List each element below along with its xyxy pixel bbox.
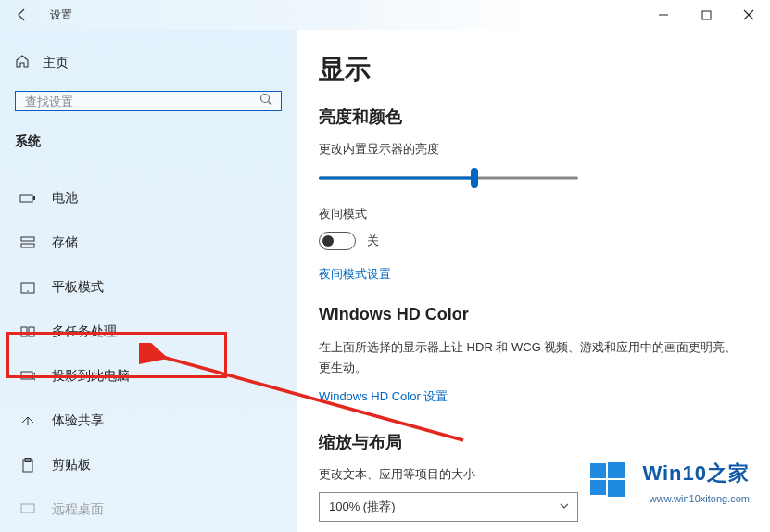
minimize-button[interactable]	[642, 0, 685, 30]
sidebar-item-label: 剪贴板	[52, 457, 91, 474]
svg-rect-7	[21, 244, 34, 247]
brightness-slider-fill	[319, 177, 474, 180]
sidebar-item-label: 远程桌面	[52, 501, 104, 518]
sidebar-item-label: 体验共享	[52, 412, 104, 429]
hdcolor-description: 在上面所选择的显示器上让 HDR 和 WCG 视频、游戏和应用中的画面更明亮、更…	[319, 337, 740, 378]
page-title: 显示	[319, 52, 740, 87]
night-light-state: 关	[367, 233, 379, 249]
brightness-slider-label: 更改内置显示器的亮度	[319, 141, 740, 158]
sidebar-item-battery[interactable]: 电池	[15, 176, 282, 221]
content-pane: 显示 亮度和颜色 更改内置显示器的亮度 夜间模式 关 夜间模式设置 Window…	[297, 30, 770, 532]
multitasking-icon	[19, 325, 37, 338]
sidebar-group-system: 系统	[15, 133, 282, 150]
share-icon	[19, 414, 37, 427]
chevron-down-icon	[559, 500, 570, 514]
svg-line-3	[269, 102, 272, 106]
svg-rect-18	[608, 462, 625, 478]
search-input[interactable]	[25, 95, 259, 108]
svg-rect-10	[21, 327, 27, 336]
scale-combo[interactable]: 100% (推荐)	[319, 492, 578, 522]
sidebar-item-label: 电池	[52, 190, 78, 207]
night-light-toggle[interactable]	[319, 232, 356, 250]
svg-point-9	[27, 290, 29, 292]
svg-rect-1	[702, 11, 711, 19]
watermark-url: www.win10xitong.com	[650, 493, 750, 504]
sidebar-item-multitasking[interactable]: 多任务处理	[15, 310, 282, 354]
watermark-logo	[588, 460, 629, 500]
scale-section-title: 缩放与布局	[319, 431, 740, 453]
sidebar-item-label: 多任务处理	[52, 323, 117, 340]
maximize-button[interactable]	[685, 0, 727, 30]
hdcolor-settings-link[interactable]: Windows HD Color 设置	[319, 389, 448, 403]
sidebar-nav-list: 电池 存储 平板模式 多任务处理	[15, 176, 282, 532]
svg-rect-5	[33, 196, 35, 200]
svg-rect-15	[21, 504, 34, 513]
svg-point-2	[261, 95, 270, 103]
sidebar-item-storage[interactable]: 存储	[15, 221, 282, 265]
storage-icon	[19, 236, 37, 249]
svg-rect-11	[29, 327, 34, 336]
scale-combo-value: 100% (推荐)	[329, 499, 396, 515]
brightness-slider[interactable]	[319, 167, 578, 189]
svg-rect-20	[608, 480, 625, 497]
night-light-settings-link[interactable]: 夜间模式设置	[319, 266, 391, 283]
sidebar-item-shared-exp[interactable]: 体验共享	[15, 399, 282, 443]
sidebar-item-tablet-mode[interactable]: 平板模式	[15, 265, 282, 310]
sidebar-item-clipboard[interactable]: 剪贴板	[15, 443, 282, 488]
back-button[interactable]	[0, 0, 44, 30]
brightness-slider-thumb[interactable]	[471, 168, 478, 188]
sidebar: 主页 系统 电池 存储	[0, 30, 297, 532]
sidebar-item-label: 投影到此电脑	[52, 368, 130, 385]
home-icon	[15, 54, 30, 72]
sidebar-item-label: 平板模式	[52, 279, 104, 296]
sidebar-item-label: 存储	[52, 234, 78, 251]
search-icon	[259, 92, 273, 110]
svg-rect-12	[21, 372, 32, 379]
brightness-section-title: 亮度和颜色	[319, 106, 740, 128]
battery-icon	[19, 193, 37, 204]
svg-rect-4	[20, 195, 32, 202]
sidebar-item-project[interactable]: 投影到此电脑	[15, 354, 282, 399]
svg-rect-19	[590, 480, 606, 495]
project-icon	[19, 370, 37, 383]
home-button[interactable]: 主页	[15, 52, 282, 74]
close-button[interactable]	[727, 0, 770, 30]
search-input-wrapper[interactable]	[15, 91, 282, 111]
remote-icon	[19, 503, 37, 516]
watermark-brand: Win10之家	[642, 460, 750, 488]
window-title: 设置	[44, 7, 72, 23]
home-label: 主页	[43, 55, 69, 71]
svg-rect-17	[590, 463, 606, 478]
svg-rect-6	[21, 237, 34, 241]
tablet-icon	[19, 282, 37, 294]
hdcolor-section-title: Windows HD Color	[319, 305, 740, 324]
clipboard-icon	[19, 458, 37, 473]
sidebar-item-remote-desktop[interactable]: 远程桌面	[15, 488, 282, 532]
night-light-label: 夜间模式	[319, 206, 740, 222]
